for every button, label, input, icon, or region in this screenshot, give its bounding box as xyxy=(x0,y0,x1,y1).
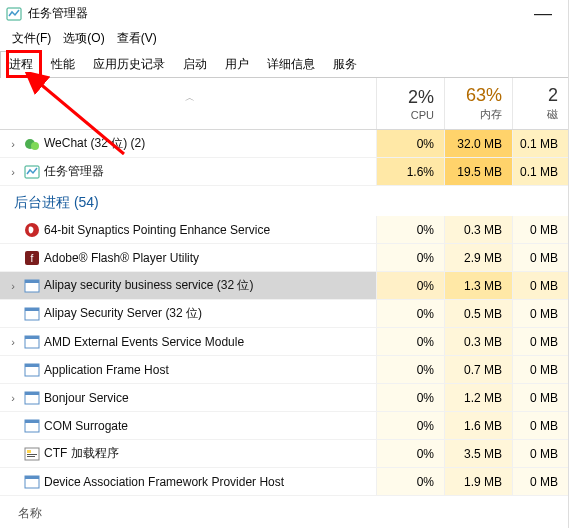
table-row[interactable]: ›任务管理器1.6%19.5 MB0.1 MB xyxy=(0,158,568,186)
cell-cpu: 0% xyxy=(376,328,444,355)
tabs: 进程 性能 应用历史记录 启动 用户 详细信息 服务 xyxy=(0,51,568,78)
cell-extra: 0 MB xyxy=(512,468,568,495)
cell-cpu: 0% xyxy=(376,216,444,243)
taskmgr-icon xyxy=(6,6,22,22)
sort-indicator-icon: ︿ xyxy=(185,91,195,105)
process-name: Alipay security business service (32 位) xyxy=(44,277,253,294)
svg-rect-18 xyxy=(25,392,39,395)
cell-cpu: 0% xyxy=(376,244,444,271)
cell-extra: 0 MB xyxy=(512,216,568,243)
cell-mem: 1.9 MB xyxy=(444,468,512,495)
process-name: Alipay Security Server (32 位) xyxy=(44,305,202,322)
cell-cpu: 0% xyxy=(376,356,444,383)
process-name: WeChat (32 位) (2) xyxy=(44,135,145,152)
table-row[interactable]: ›Bonjour Service0%1.2 MB0 MB xyxy=(0,384,568,412)
table-row[interactable]: Alipay Security Server (32 位)0%0.5 MB0 M… xyxy=(0,300,568,328)
app-icon xyxy=(24,362,40,378)
minimize-button[interactable]: — xyxy=(524,3,562,24)
expand-icon[interactable]: › xyxy=(6,336,20,348)
expand-icon[interactable]: › xyxy=(6,138,20,150)
header-cpu[interactable]: 2% CPU xyxy=(376,78,444,129)
process-name: AMD External Events Service Module xyxy=(44,335,244,349)
svg-rect-26 xyxy=(25,476,39,479)
app-icon xyxy=(24,164,40,180)
table-row[interactable]: ›Alipay security business service (32 位)… xyxy=(0,272,568,300)
expand-icon[interactable]: › xyxy=(6,392,20,404)
header-name[interactable]: ︿ 名称 xyxy=(0,78,376,129)
tab-details[interactable]: 详细信息 xyxy=(258,51,324,77)
menubar: 文件(F) 选项(O) 查看(V) xyxy=(0,27,568,49)
header-mem[interactable]: 63% 内存 xyxy=(444,78,512,129)
app-icon xyxy=(24,390,40,406)
svg-rect-20 xyxy=(25,420,39,423)
app-icon xyxy=(24,418,40,434)
process-table: ›WeChat (32 位) (2)0%32.0 MB0.1 MB›任务管理器1… xyxy=(0,130,568,496)
cell-cpu: 0% xyxy=(376,384,444,411)
cell-cpu: 0% xyxy=(376,130,444,157)
expand-icon[interactable]: › xyxy=(6,166,20,178)
section-background-processes: 后台进程 (54) xyxy=(0,186,568,216)
app-icon xyxy=(24,334,40,350)
tab-users[interactable]: 用户 xyxy=(216,51,258,77)
header-extra-pct: 2 xyxy=(548,85,558,106)
app-icon xyxy=(24,474,40,490)
cell-mem: 3.5 MB xyxy=(444,440,512,467)
header-cpu-label: CPU xyxy=(411,109,434,121)
tab-history[interactable]: 应用历史记录 xyxy=(84,51,174,77)
svg-rect-16 xyxy=(25,364,39,367)
svg-rect-12 xyxy=(25,308,39,311)
svg-rect-10 xyxy=(25,280,39,283)
tab-startup[interactable]: 启动 xyxy=(174,51,216,77)
tab-performance[interactable]: 性能 xyxy=(42,51,84,77)
cell-cpu: 0% xyxy=(376,300,444,327)
table-row[interactable]: 64-bit Synaptics Pointing Enhance Servic… xyxy=(0,216,568,244)
cell-mem: 0.5 MB xyxy=(444,300,512,327)
menu-file[interactable]: 文件(F) xyxy=(8,28,55,49)
menu-view[interactable]: 查看(V) xyxy=(113,28,161,49)
header-extra[interactable]: 2 磁 xyxy=(512,78,568,129)
svg-rect-22 xyxy=(27,450,31,453)
cell-cpu: 0% xyxy=(376,468,444,495)
process-name: 64-bit Synaptics Pointing Enhance Servic… xyxy=(44,223,270,237)
app-icon xyxy=(24,278,40,294)
menu-options[interactable]: 选项(O) xyxy=(59,28,108,49)
cell-extra: 0.1 MB xyxy=(512,158,568,185)
titlebar: 任务管理器 — xyxy=(0,0,568,27)
cell-mem: 0.7 MB xyxy=(444,356,512,383)
cell-cpu: 0% xyxy=(376,440,444,467)
cell-cpu: 0% xyxy=(376,272,444,299)
cell-mem: 2.9 MB xyxy=(444,244,512,271)
app-icon xyxy=(24,306,40,322)
cell-extra: 0 MB xyxy=(512,440,568,467)
process-name: Bonjour Service xyxy=(44,391,129,405)
cell-mem: 0.3 MB xyxy=(444,216,512,243)
tab-services[interactable]: 服务 xyxy=(324,51,366,77)
svg-point-4 xyxy=(31,142,39,150)
cell-extra: 0 MB xyxy=(512,356,568,383)
expand-icon[interactable]: › xyxy=(6,280,20,292)
cell-cpu: 0% xyxy=(376,412,444,439)
tab-processes[interactable]: 进程 xyxy=(0,51,42,78)
process-name: 任务管理器 xyxy=(44,163,104,180)
process-name: CTF 加载程序 xyxy=(44,445,119,462)
header-cpu-pct: 2% xyxy=(408,87,434,108)
table-row[interactable]: CTF 加载程序0%3.5 MB0 MB xyxy=(0,440,568,468)
column-headers: ︿ 名称 2% CPU 63% 内存 2 磁 xyxy=(0,78,568,130)
cell-mem: 1.2 MB xyxy=(444,384,512,411)
cell-extra: 0 MB xyxy=(512,384,568,411)
svg-text:f: f xyxy=(31,253,34,264)
table-row[interactable]: Application Frame Host0%0.7 MB0 MB xyxy=(0,356,568,384)
header-extra-label: 磁 xyxy=(547,107,558,122)
process-name: Device Association Framework Provider Ho… xyxy=(44,475,284,489)
table-row[interactable]: ›WeChat (32 位) (2)0%32.0 MB0.1 MB xyxy=(0,130,568,158)
table-row[interactable]: COM Surrogate0%1.6 MB0 MB xyxy=(0,412,568,440)
process-name: Adobe® Flash® Player Utility xyxy=(44,251,199,265)
cell-mem: 0.3 MB xyxy=(444,328,512,355)
cell-mem: 32.0 MB xyxy=(444,130,512,157)
table-row[interactable]: Device Association Framework Provider Ho… xyxy=(0,468,568,496)
table-row[interactable]: ›AMD External Events Service Module0%0.3… xyxy=(0,328,568,356)
cell-extra: 0 MB xyxy=(512,412,568,439)
window-title: 任务管理器 xyxy=(28,5,524,22)
table-row[interactable]: fAdobe® Flash® Player Utility0%2.9 MB0 M… xyxy=(0,244,568,272)
app-icon: f xyxy=(24,250,40,266)
